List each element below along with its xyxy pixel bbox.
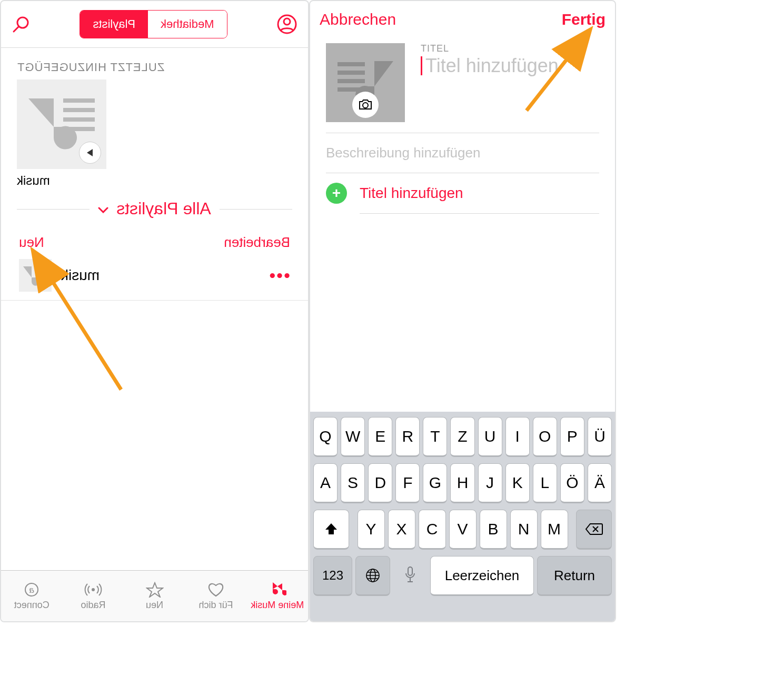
key-e[interactable]: E — [368, 417, 392, 457]
key-g[interactable]: G — [423, 463, 447, 503]
playlist-row[interactable]: ••• musik — [1, 251, 308, 301]
svg-line-3 — [14, 27, 18, 32]
key-ö[interactable]: Ö — [560, 463, 584, 503]
separator — [360, 213, 599, 214]
key-s[interactable]: S — [341, 463, 365, 503]
space-key[interactable]: Leerzeichen — [430, 556, 534, 596]
key-q[interactable]: Q — [313, 417, 338, 457]
camera-icon[interactable] — [352, 92, 379, 118]
key-ü[interactable]: Ü — [588, 417, 612, 457]
tab-for-you[interactable]: Für dich — [185, 571, 247, 621]
tab-bar: Meine Musik Für dich Neu Radio a Connect — [1, 570, 308, 621]
svg-rect-8 — [37, 266, 47, 269]
chevron-down-icon — [98, 207, 108, 213]
svg-point-1 — [284, 18, 290, 25]
plus-icon: + — [326, 183, 347, 204]
key-i[interactable]: I — [505, 417, 530, 457]
key-t[interactable]: T — [423, 417, 447, 457]
playlist-card-label: musik — [1, 169, 308, 188]
svg-rect-10 — [37, 275, 47, 277]
screenshot-left: Mediathek Playlists ZULETZT HINZUGEFÜGT … — [0, 0, 309, 622]
return-key[interactable]: Return — [537, 556, 612, 596]
key-n[interactable]: N — [510, 510, 538, 550]
key-r[interactable]: R — [395, 417, 420, 457]
playlist-thumb-icon — [19, 259, 52, 292]
key-b[interactable]: B — [480, 510, 507, 550]
svg-rect-17 — [338, 71, 365, 75]
new-button[interactable]: Neu — [19, 234, 44, 251]
key-m[interactable]: M — [541, 510, 568, 550]
playlist-row-label: musik — [61, 267, 100, 284]
title-input[interactable]: Titel hinzufügen — [421, 56, 599, 75]
playlist-card[interactable] — [17, 79, 106, 169]
tab-new[interactable]: Neu — [124, 571, 185, 621]
tab-connect[interactable]: a Connect — [1, 571, 63, 621]
svg-rect-6 — [63, 117, 95, 122]
key-x[interactable]: X — [388, 510, 415, 550]
tab-my-music[interactable]: Meine Musik — [246, 571, 308, 621]
key-c[interactable]: C — [419, 510, 446, 550]
shift-key[interactable] — [313, 510, 349, 550]
svg-rect-4 — [63, 98, 95, 103]
screenshot-right: Abbrechen Fertig TITEL Titel hinz — [309, 0, 616, 622]
key-v[interactable]: V — [449, 510, 477, 550]
keyboard: QWERTZUIOPÜ ASDFGHJKLÖÄ YXCVBNM 123 — [310, 412, 615, 621]
key-z[interactable]: Z — [450, 417, 474, 457]
key-y[interactable]: Y — [358, 510, 385, 550]
globe-key[interactable] — [355, 556, 390, 596]
svg-rect-9 — [37, 271, 47, 273]
svg-point-12 — [92, 588, 95, 591]
key-j[interactable]: J — [478, 463, 502, 503]
tab-radio[interactable]: Radio — [63, 571, 124, 621]
svg-rect-5 — [63, 108, 95, 112]
key-o[interactable]: O — [533, 417, 557, 457]
backspace-key[interactable] — [576, 510, 612, 550]
svg-rect-16 — [338, 62, 365, 66]
nav-bar: Abbrechen Fertig — [310, 1, 615, 38]
title-field-label: TITEL — [421, 43, 599, 54]
key-w[interactable]: W — [341, 417, 365, 457]
add-songs-button[interactable]: + Titel hinzufügen — [310, 173, 615, 213]
key-h[interactable]: H — [450, 463, 474, 503]
key-p[interactable]: P — [560, 417, 584, 457]
key-l[interactable]: L — [533, 463, 557, 503]
svg-text:a: a — [29, 585, 34, 595]
more-icon[interactable]: ••• — [268, 265, 290, 286]
done-button[interactable]: Fertig — [562, 11, 606, 28]
playlist-edit-header: TITEL Titel hinzufügen — [310, 38, 615, 133]
artwork-placeholder[interactable] — [326, 43, 405, 122]
cancel-button[interactable]: Abbrechen — [320, 11, 396, 28]
description-input[interactable]: Beschreibung hinzufügen — [310, 133, 615, 173]
section-recently-added: ZULETZT HINZUGEFÜGT — [1, 48, 308, 79]
profile-icon[interactable] — [276, 14, 297, 35]
svg-rect-24 — [408, 567, 412, 575]
key-k[interactable]: K — [505, 463, 530, 503]
svg-point-20 — [363, 103, 368, 108]
edit-button[interactable]: Bearbeiten — [224, 234, 290, 251]
play-icon[interactable] — [79, 142, 101, 164]
segment-playlists[interactable]: Playlists — [80, 11, 148, 38]
key-u[interactable]: U — [478, 417, 502, 457]
dictation-key[interactable] — [393, 556, 427, 594]
key-d[interactable]: D — [368, 463, 392, 503]
segmented-control[interactable]: Mediathek Playlists — [80, 10, 227, 38]
nav-bar: Mediathek Playlists — [1, 1, 308, 48]
search-icon[interactable] — [12, 15, 31, 34]
key-f[interactable]: F — [395, 463, 420, 503]
segment-library[interactable]: Mediathek — [148, 11, 227, 38]
all-playlists-dropdown[interactable]: Alle Playlists — [1, 199, 308, 218]
key-ä[interactable]: Ä — [588, 463, 612, 503]
key-a[interactable]: A — [313, 463, 338, 503]
numbers-key[interactable]: 123 — [313, 556, 352, 596]
svg-rect-18 — [338, 79, 365, 83]
